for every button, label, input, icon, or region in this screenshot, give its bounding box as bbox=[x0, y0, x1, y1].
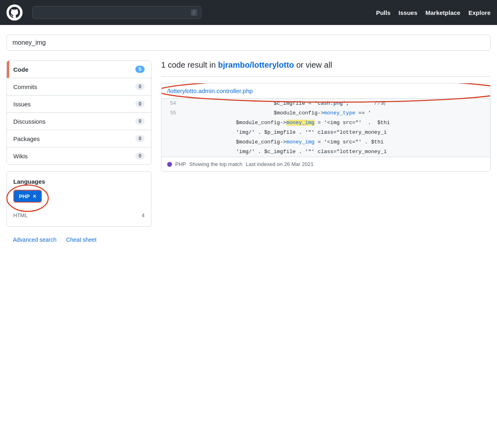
sidebar-label-code: Code bbox=[13, 66, 29, 73]
search-query: money_img bbox=[12, 39, 46, 46]
divider bbox=[161, 76, 491, 77]
main-content: 1 code result in bjrambo/lotterylotto or… bbox=[161, 60, 491, 172]
nav-explore[interactable]: Explore bbox=[468, 9, 491, 16]
line-num-54: 54 bbox=[162, 99, 182, 108]
results-count-text: 1 code result in bbox=[161, 60, 216, 69]
line-content-money-img-1: $module_config->money_img = '<img src="'… bbox=[182, 118, 490, 128]
sidebar-badge-discussions: 0 bbox=[135, 118, 145, 125]
languages-title: Languages bbox=[13, 178, 145, 185]
sidebar-item-issues[interactable]: Issues 0 bbox=[7, 95, 151, 113]
code-line-money-img-2: $module_config->money_img = '<img src="'… bbox=[162, 137, 490, 147]
php-dot-icon bbox=[167, 162, 172, 167]
file-result: /lotterylotto.admin.controller.php 54 $c… bbox=[161, 83, 491, 172]
code-line-55: 55 $module_config->money_type == ' bbox=[162, 108, 490, 118]
github-logo[interactable] bbox=[6, 4, 23, 21]
nav-search-input[interactable]: / bbox=[32, 6, 201, 19]
line-num-empty-4 bbox=[162, 147, 182, 149]
html-language-item[interactable]: HTML 4 bbox=[13, 211, 145, 220]
remove-php-filter-icon[interactable]: × bbox=[33, 193, 36, 199]
nav-marketplace[interactable]: Marketplace bbox=[425, 9, 460, 16]
code-block: 54 $c_imgfile = 'cash.png'; //회 55 $modu… bbox=[162, 98, 490, 157]
nav-issues[interactable]: Issues bbox=[399, 9, 418, 16]
line-content-money-img-2: $module_config->money_img = '<img src="'… bbox=[182, 137, 490, 147]
line-num-empty-3 bbox=[162, 137, 182, 139]
nav-links: Pulls Issues Marketplace Explore bbox=[376, 9, 491, 16]
sidebar-badge-code: 5 bbox=[135, 66, 145, 73]
line-num-empty-2 bbox=[162, 128, 182, 129]
sidebar-badge-wikis: 0 bbox=[135, 152, 145, 160]
page-footer: Advanced search Cheat sheet bbox=[6, 227, 491, 253]
languages-section: Languages PHP × HTML 4 bbox=[6, 171, 151, 227]
line-content-55: $module_config->money_type == ' bbox=[182, 108, 490, 118]
filter-section: Code 5 Commits 0 Issues 0 Discussions 0 … bbox=[6, 60, 151, 165]
php-language-filter[interactable]: PHP × bbox=[13, 190, 42, 203]
cheat-sheet-link[interactable]: Cheat sheet bbox=[66, 236, 97, 243]
code-line-imgpath-1: 'img/' . $p_imgfile . '"' class="lottery… bbox=[162, 128, 490, 137]
lang-label: PHP bbox=[175, 161, 186, 167]
file-result-header: /lotterylotto.admin.controller.php bbox=[162, 83, 490, 98]
sidebar-item-code[interactable]: Code 5 bbox=[7, 61, 151, 78]
repo-link[interactable]: bjrambo/lotterylotto bbox=[218, 60, 294, 69]
code-line-imgpath-2: 'img/' . $c_imgfile . '"' class="lottery… bbox=[162, 147, 490, 157]
sidebar-item-commits[interactable]: Commits 0 bbox=[7, 78, 151, 95]
code-line-money-img-1: $module_config->money_img = '<img src="'… bbox=[162, 118, 490, 128]
line-num-55: 55 bbox=[162, 108, 182, 118]
view-all-text: or view all bbox=[296, 60, 332, 69]
file-footer: PHP Showing the top match Last indexed o… bbox=[162, 157, 490, 171]
line-content-54: $c_imgfile = 'cash.png'; //회 bbox=[182, 99, 490, 108]
file-path-link[interactable]: /lotterylotto.admin.controller.php bbox=[167, 87, 253, 94]
sidebar-badge-commits: 0 bbox=[135, 83, 145, 90]
nav-bar: / Pulls Issues Marketplace Explore bbox=[0, 0, 497, 25]
sidebar-label-commits: Commits bbox=[13, 83, 37, 90]
code-line-54: 54 $c_imgfile = 'cash.png'; //회 bbox=[162, 99, 490, 108]
results-header: 1 code result in bjrambo/lotterylotto or… bbox=[161, 60, 491, 70]
indexed-date: Last indexed on 26 Mar 2021 bbox=[246, 161, 313, 167]
sidebar-label-packages: Packages bbox=[13, 135, 40, 142]
sidebar-badge-issues: 0 bbox=[135, 100, 145, 108]
html-count: 4 bbox=[142, 212, 145, 218]
nav-pulls[interactable]: Pulls bbox=[376, 9, 391, 16]
sidebar-badge-packages: 0 bbox=[135, 135, 145, 142]
sidebar-item-discussions[interactable]: Discussions 0 bbox=[7, 113, 151, 130]
sidebar: Code 5 Commits 0 Issues 0 Discussions 0 … bbox=[6, 60, 151, 227]
line-num-empty-1 bbox=[162, 118, 182, 120]
search-slash-icon: / bbox=[191, 9, 197, 16]
advanced-search-link[interactable]: Advanced search bbox=[13, 236, 56, 243]
sidebar-item-packages[interactable]: Packages 0 bbox=[7, 130, 151, 147]
line-content-imgpath-1: 'img/' . $p_imgfile . '"' class="lottery… bbox=[182, 128, 490, 137]
sidebar-item-wikis[interactable]: Wikis 0 bbox=[7, 147, 151, 164]
php-label: PHP bbox=[19, 193, 30, 199]
html-label: HTML bbox=[13, 212, 27, 218]
sidebar-label-issues: Issues bbox=[13, 101, 31, 108]
sidebar-label-wikis: Wikis bbox=[13, 153, 28, 160]
top-match-info: Showing the top match bbox=[189, 161, 242, 167]
search-bar: money_img bbox=[6, 35, 491, 51]
line-content-imgpath-2: 'img/' . $c_imgfile . '"' class="lottery… bbox=[182, 147, 490, 157]
sidebar-label-discussions: Discussions bbox=[13, 118, 46, 125]
